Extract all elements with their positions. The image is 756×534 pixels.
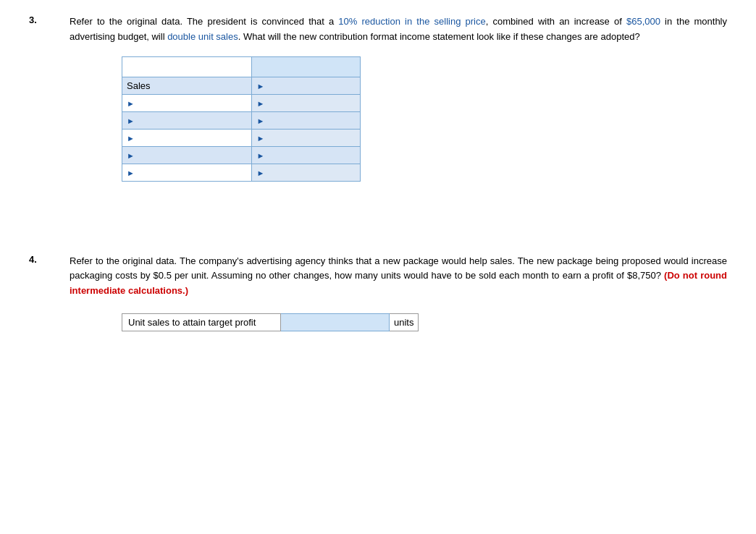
table-header-label bbox=[122, 56, 252, 77]
table-header-row bbox=[122, 56, 361, 77]
income-statement-table-container: Sales ► ► ► bbox=[122, 56, 727, 182]
table-row[interactable]: ► ► bbox=[122, 129, 361, 146]
q4-highlight-red: (Do not round intermediate calculations.… bbox=[70, 270, 727, 296]
table-header-value bbox=[252, 56, 361, 77]
table-row[interactable]: ► ► bbox=[122, 94, 361, 111]
q4-text: Refer to the original data. The company'… bbox=[70, 254, 727, 299]
row-input-4[interactable]: ► bbox=[252, 129, 361, 146]
arrow-icon-2b: ► bbox=[256, 99, 264, 108]
arrow-icon-2: ► bbox=[127, 99, 135, 108]
income-statement-table: Sales ► ► ► bbox=[122, 56, 361, 182]
row-label-2: ► bbox=[122, 94, 252, 111]
arrow-icon-5: ► bbox=[127, 151, 135, 160]
unit-sales-label: Unit sales to attain target profit bbox=[122, 313, 281, 331]
table-row[interactable]: Sales ► bbox=[122, 77, 361, 94]
row-input-5[interactable]: ► bbox=[252, 146, 361, 164]
row-label-4: ► bbox=[122, 129, 252, 146]
row-label-3: ► bbox=[122, 111, 252, 129]
table-row[interactable]: ► ► bbox=[122, 111, 361, 129]
row-input-6[interactable]: ► bbox=[252, 164, 361, 181]
row-input-2[interactable]: ► bbox=[252, 94, 361, 111]
arrow-icon: ► bbox=[256, 82, 264, 90]
row-input-3[interactable]: ► bbox=[252, 111, 361, 129]
question-3: 3. Refer to the original data. The presi… bbox=[29, 14, 727, 211]
unit-sales-input[interactable] bbox=[281, 313, 390, 331]
units-label: units bbox=[390, 313, 419, 331]
q3-highlight-1: 10% reduction in the selling price bbox=[338, 16, 485, 27]
q3-content: Refer to the original data. The presiden… bbox=[49, 14, 727, 211]
q3-number: 3. bbox=[29, 14, 49, 211]
arrow-icon-3b: ► bbox=[256, 116, 264, 125]
q4-content: Refer to the original data. The company'… bbox=[49, 254, 727, 331]
row-input-sales[interactable]: ► bbox=[252, 77, 361, 94]
q3-highlight-3: double unit sales bbox=[167, 31, 238, 42]
table-row[interactable]: ► ► bbox=[122, 164, 361, 181]
q3-text: Refer to the original data. The presiden… bbox=[70, 14, 727, 45]
arrow-icon-6: ► bbox=[127, 169, 135, 177]
row-label-6: ► bbox=[122, 164, 252, 181]
arrow-icon-5b: ► bbox=[256, 151, 264, 160]
target-profit-input-row: Unit sales to attain target profit units bbox=[122, 313, 727, 331]
arrow-icon-3: ► bbox=[127, 116, 135, 125]
q3-highlight-2: $65,000 bbox=[626, 16, 660, 27]
question-4: 4. Refer to the original data. The compa… bbox=[29, 254, 727, 331]
q4-number: 4. bbox=[29, 254, 49, 331]
table-row[interactable]: ► ► bbox=[122, 146, 361, 164]
arrow-icon-4: ► bbox=[127, 134, 135, 143]
arrow-icon-4b: ► bbox=[256, 134, 264, 143]
arrow-icon-6b: ► bbox=[256, 169, 264, 177]
row-label-sales: Sales bbox=[122, 77, 252, 94]
row-label-5: ► bbox=[122, 146, 252, 164]
